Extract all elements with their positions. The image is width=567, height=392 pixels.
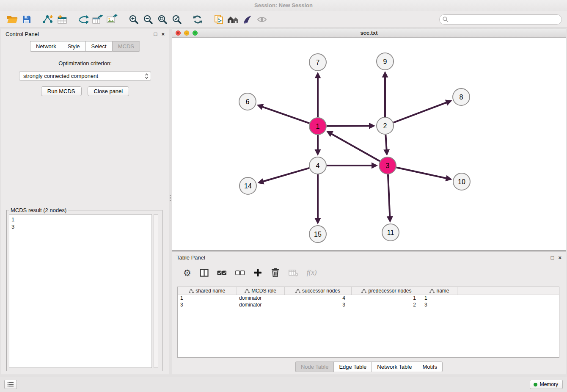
zoom-selected-icon[interactable]: [169, 13, 184, 26]
graph-node-3[interactable]: 3: [379, 157, 396, 174]
task-history-list-icon[interactable]: [4, 380, 17, 389]
table-row[interactable]: 3dominator323: [178, 301, 559, 308]
graph-node-9[interactable]: 9: [377, 53, 394, 70]
open-folder-icon[interactable]: [5, 13, 19, 26]
show-hide-icon[interactable]: [255, 13, 269, 26]
tab-network-table[interactable]: Network Table: [372, 362, 417, 372]
app-titlebar[interactable]: Session: New Session: [0, 0, 567, 11]
graph-node-15[interactable]: 15: [309, 226, 326, 243]
edge-2-8[interactable]: [394, 102, 448, 122]
graph-node-8[interactable]: 8: [453, 88, 470, 105]
apply-style-icon[interactable]: [240, 13, 255, 26]
graph-node-10[interactable]: 10: [453, 173, 470, 190]
node-table: shared nameMCDS rolesuccessor nodesprede…: [177, 287, 559, 358]
table-settings-gear-icon[interactable]: ⚙: [183, 268, 191, 277]
deselect-all-icon[interactable]: [235, 269, 245, 276]
panel-divider-handle[interactable]: [169, 191, 171, 204]
table-cell[interactable]: 3: [422, 301, 457, 308]
zoom-out-icon[interactable]: [140, 13, 155, 26]
tab-select[interactable]: Select: [85, 41, 112, 52]
run-mcds-button[interactable]: Run MCDS: [41, 86, 82, 96]
graph-node-label: 6: [246, 98, 250, 105]
tab-edge-table[interactable]: Edge Table: [333, 362, 372, 372]
maximize-window-icon[interactable]: +: [193, 30, 198, 36]
save-icon[interactable]: [19, 13, 34, 26]
close-window-icon[interactable]: ×: [176, 30, 181, 36]
table-cell[interactable]: 4: [284, 295, 351, 301]
graph-node-label: 2: [383, 122, 387, 130]
column-header-shared-name[interactable]: shared name: [178, 287, 237, 295]
criterion-dropdown[interactable]: strongly connected component: [19, 71, 151, 81]
copy-view-icon[interactable]: [212, 13, 226, 26]
float-table-panel-icon[interactable]: □: [551, 255, 554, 260]
graph-node-label: 1: [316, 123, 320, 130]
node-table-header-row: shared nameMCDS rolesuccessor nodesprede…: [178, 287, 559, 295]
table-cell[interactable]: 3: [178, 301, 237, 308]
zoom-in-icon[interactable]: [126, 13, 140, 26]
column-header-MCDS-role[interactable]: MCDS role: [237, 287, 284, 295]
edge-arrow-4-14: [257, 178, 264, 184]
table-cell[interactable]: dominator: [237, 295, 284, 301]
result-scrollbar[interactable]: [154, 214, 158, 368]
column-hierarchy-icon: [189, 289, 194, 293]
tab-network[interactable]: Network: [30, 41, 62, 52]
first-neighbors-icon[interactable]: [226, 13, 240, 26]
new-network-icon[interactable]: [76, 13, 91, 26]
import-network-file-icon[interactable]: [41, 13, 55, 26]
graph-node-2[interactable]: 2: [377, 117, 394, 134]
table-cell[interactable]: 3: [284, 301, 351, 308]
edge-3-1[interactable]: [330, 133, 380, 161]
select-all-icon[interactable]: [217, 269, 227, 276]
delete-column-icon[interactable]: [270, 268, 280, 277]
export-image-icon[interactable]: [105, 13, 119, 26]
table-cell[interactable]: dominator: [237, 301, 284, 308]
close-panel-icon[interactable]: ×: [161, 31, 165, 37]
graph-node-7[interactable]: 7: [309, 54, 326, 71]
table-cell[interactable]: 1: [178, 295, 237, 301]
refresh-icon[interactable]: [190, 13, 205, 26]
edge-3-10[interactable]: [396, 167, 447, 178]
graph-node-1[interactable]: 1: [309, 118, 326, 135]
edge-1-2[interactable]: [327, 126, 370, 126]
show-columns-icon[interactable]: [200, 269, 209, 277]
node-table-body: 1dominator4113dominator323: [178, 295, 559, 308]
function-builder-icon[interactable]: f(x): [307, 268, 317, 277]
column-header-name[interactable]: name: [422, 287, 457, 295]
export-table-icon[interactable]: [91, 13, 105, 26]
import-table-file-icon[interactable]: [55, 13, 69, 26]
tab-node-table[interactable]: Node Table: [295, 362, 334, 372]
graph-node-4[interactable]: 4: [309, 157, 326, 174]
float-panel-icon[interactable]: □: [154, 31, 157, 37]
tab-mcds[interactable]: MCDS: [112, 41, 140, 52]
minimize-window-icon[interactable]: −: [184, 30, 189, 36]
column-header-predecessor-nodes[interactable]: predecessor nodes: [351, 287, 422, 295]
control-panel-titlebar: Control Panel □ ×: [1, 28, 169, 39]
column-header-successor-nodes[interactable]: successor nodes: [284, 287, 351, 295]
table-cell[interactable]: 1: [351, 295, 422, 301]
search-input[interactable]: [439, 14, 562, 25]
memory-button[interactable]: Memory: [530, 380, 563, 389]
table-cell[interactable]: 1: [422, 295, 457, 301]
close-table-panel-icon[interactable]: ×: [558, 255, 561, 260]
delete-table-icon-disabled[interactable]: [289, 269, 298, 276]
edge-arrow-1-4: [315, 149, 321, 156]
edge-1-6[interactable]: [261, 107, 309, 124]
graph-node-11[interactable]: 11: [382, 224, 399, 241]
network-window-titlebar[interactable]: × − + scc.txt: [172, 28, 566, 38]
table-row[interactable]: 1dominator411: [178, 295, 559, 301]
tab-motifs[interactable]: Motifs: [417, 362, 443, 372]
add-column-icon[interactable]: [253, 268, 262, 277]
edge-2-3[interactable]: [385, 135, 386, 151]
graph-node-14[interactable]: 14: [239, 177, 256, 194]
close-panel-button[interactable]: Close panel: [88, 86, 129, 96]
tab-style[interactable]: Style: [62, 41, 85, 52]
zoom-fit-icon[interactable]: [155, 13, 169, 26]
mcds-result-text[interactable]: 13: [9, 214, 152, 368]
network-graph[interactable]: 7968124314101511: [172, 38, 566, 250]
column-hierarchy-icon: [429, 289, 435, 293]
graph-node-6[interactable]: 6: [239, 93, 256, 110]
status-bar: Memory: [0, 376, 567, 392]
edge-4-14[interactable]: [262, 168, 309, 182]
edge-3-11[interactable]: [388, 174, 390, 218]
table-cell[interactable]: 2: [351, 301, 422, 308]
